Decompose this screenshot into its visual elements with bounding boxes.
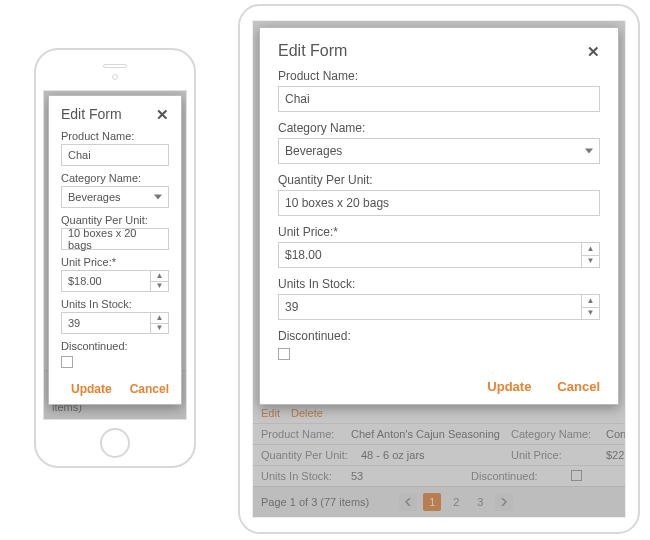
popup-title: Edit Form (278, 42, 347, 60)
update-button[interactable]: Update (487, 379, 531, 394)
discontinued-label: Discontinued: (61, 340, 169, 352)
delete-link[interactable]: Delete (291, 407, 323, 419)
phone-home-button (100, 428, 130, 458)
table-row: Units In Stock: 53 Discontinued: (253, 465, 625, 486)
phone-screen: Page 1 of 3 (77 items) 1 2 3 Edit Form ✕… (43, 90, 187, 420)
popup-title: Edit Form (61, 106, 122, 122)
quantity-per-unit-label: Quantity Per Unit: (278, 173, 600, 187)
cancel-button[interactable]: Cancel (130, 382, 169, 396)
pager-page-2[interactable]: 2 (447, 493, 465, 511)
units-in-stock-spin[interactable]: 39 ▲▼ (61, 312, 169, 334)
product-name-input[interactable]: Chai (61, 144, 169, 166)
tablet-device-frame: Units In Stock: 13 Discontinued: Edit De… (238, 4, 640, 534)
category-name-label: Category Name: (278, 121, 600, 135)
product-name-input[interactable]: Chai (278, 86, 600, 112)
phone-camera (112, 74, 118, 80)
phone-speaker (103, 64, 127, 68)
pager-page-1[interactable]: 1 (423, 493, 441, 511)
pager-summary: Page 1 of 3 (77 items) (261, 496, 369, 508)
pager-prev[interactable] (399, 493, 417, 511)
quantity-per-unit-input[interactable]: 10 boxes x 20 bags (278, 190, 600, 216)
units-in-stock-label: Units In Stock: (61, 298, 169, 310)
close-icon[interactable]: ✕ (587, 44, 600, 59)
chevron-down-icon (154, 195, 162, 200)
category-name-select[interactable]: Beverages (278, 138, 600, 164)
table-row: Product Name: Chef Anton's Cajun Seasoni… (253, 423, 625, 444)
category-name-select[interactable]: Beverages (61, 186, 169, 208)
discontinued-checkbox[interactable] (61, 356, 73, 368)
category-name-label: Category Name: (61, 172, 169, 184)
update-button[interactable]: Update (71, 382, 112, 396)
units-in-stock-stepper[interactable]: ▲▼ (150, 313, 168, 333)
discontinued-label: Discontinued: (278, 329, 600, 343)
quantity-per-unit-input[interactable]: 10 boxes x 20 bags (61, 228, 169, 250)
table-row: Quantity Per Unit: 48 - 6 oz jars Unit P… (253, 444, 625, 465)
product-name-label: Product Name: (278, 69, 600, 83)
unit-price-label: Unit Price:* (278, 225, 600, 239)
discontinued-checkbox[interactable] (278, 348, 290, 360)
quantity-per-unit-label: Quantity Per Unit: (61, 214, 169, 226)
unit-price-spin[interactable]: $18.00 ▲▼ (61, 270, 169, 292)
product-name-label: Product Name: (61, 130, 169, 142)
tablet-screen: Units In Stock: 13 Discontinued: Edit De… (252, 20, 626, 518)
units-in-stock-label: Units In Stock: (278, 277, 600, 291)
unit-price-spin[interactable]: $18.00 ▲▼ (278, 242, 600, 268)
phone-edit-form-popup: Edit Form ✕ Product Name: Chai Category … (48, 95, 182, 405)
phone-device-frame: Page 1 of 3 (77 items) 1 2 3 Edit Form ✕… (34, 48, 196, 468)
close-icon[interactable]: ✕ (156, 107, 169, 122)
tablet-pager: Page 1 of 3 (77 items) 1 2 3 (253, 486, 625, 517)
unit-price-stepper[interactable]: ▲▼ (150, 271, 168, 291)
tablet-edit-form-popup: Edit Form ✕ Product Name: Chai Category … (259, 27, 619, 405)
discontinued-check-icon (571, 470, 582, 481)
pager-next[interactable] (495, 493, 513, 511)
chevron-down-icon (585, 149, 593, 154)
edit-link[interactable]: Edit (261, 407, 280, 419)
unit-price-label: Unit Price:* (61, 256, 169, 268)
units-in-stock-spin[interactable]: 39 ▲▼ (278, 294, 600, 320)
cancel-button[interactable]: Cancel (557, 379, 600, 394)
pager-page-3[interactable]: 3 (471, 493, 489, 511)
unit-price-stepper[interactable]: ▲▼ (581, 243, 599, 267)
units-in-stock-stepper[interactable]: ▲▼ (581, 295, 599, 319)
row-actions: Edit Delete (253, 403, 625, 423)
